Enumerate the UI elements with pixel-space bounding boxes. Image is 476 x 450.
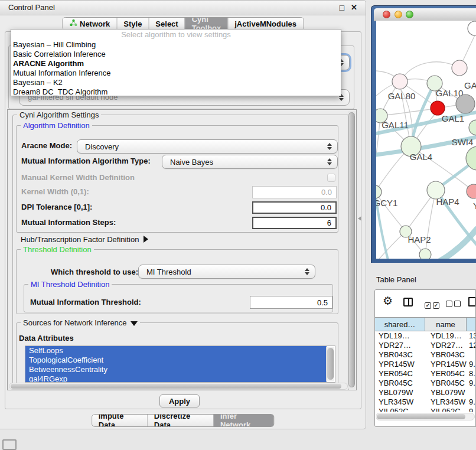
table-cell[interactable]: YER054C [425,369,467,379]
mi-steps-field[interactable]: 6 [252,217,337,229]
attribute-list-item[interactable]: gal4RGexp [25,374,327,383]
network-node-gal[interactable] [452,60,467,76]
float-window-icon[interactable]: □ [340,4,344,12]
table-cell[interactable]: YPR145W [425,360,467,369]
table-cell[interactable]: YDL19… [375,331,425,341]
sources-title[interactable]: Sources for Network Inference [21,318,140,327]
minimize-window-icon[interactable] [395,11,402,18]
table-cell[interactable]: YIL052C [375,407,425,412]
table-cell[interactable]: YBR045C [375,379,425,388]
algorithm-option-bayesian-k2[interactable]: Bayesian – K2 [11,78,341,87]
table-cell[interactable]: YBL079W [425,388,467,397]
which-threshold-combobox[interactable]: MI Threshold [138,265,315,279]
column-header-name[interactable]: name [425,317,467,331]
bottom-tab-impute-data[interactable]: Impute Data [92,415,147,426]
table-cell[interactable]: 9. [467,360,476,369]
column-header-shared[interactable]: shared… [375,317,425,331]
column-header-2[interactable] [467,317,476,331]
network-node-gal80[interactable] [392,74,407,89]
table-horizontal-scrollbar[interactable] [376,413,475,420]
mi-steps-label: Mutual Information Steps: [21,218,116,227]
table-row[interactable]: YBL079WYBL079W [375,388,476,397]
table-row[interactable]: YLR345WYLR345W9. [375,397,476,407]
network-node[interactable] [419,249,431,259]
table-cell[interactable]: 8. [467,369,476,379]
attribute-list-item[interactable]: BetweennessCentrality [25,365,327,374]
network-node-swi4[interactable] [469,120,476,135]
table-cell[interactable]: 9. [467,379,476,388]
table-cell[interactable]: YBR043C [425,350,467,360]
network-node[interactable] [456,94,475,113]
table-cell[interactable]: 9 [467,407,476,412]
aracne-mode-combobox[interactable]: Discovery [77,139,338,154]
table-cell[interactable]: 9. [467,397,476,407]
network-canvas[interactable]: GALGAL80GAL10GAL1GAL11SWI4GAL4GCY1HAP4YH… [376,21,476,259]
network-window-titlebar[interactable] [374,8,476,21]
table-cell[interactable]: 12 [467,341,476,350]
scrollbar-thumb[interactable] [348,112,355,387]
bottom-tab-infer-network[interactable]: Infer Network [213,415,273,426]
algorithm-option-bayesian-hill-climbing[interactable]: Bayesian – Hill Climbing [11,40,341,50]
algorithm-option-mutual-information-inference[interactable]: Mutual Information Inference [11,69,341,78]
table-cell[interactable]: YIL052C [425,407,467,412]
tab-select[interactable]: Select [148,18,184,30]
export-table-icon[interactable] [468,297,476,306]
column-view-icon[interactable] [403,298,413,306]
algorithm-option-dream8-dc-tdc-algorithm[interactable]: Dream8 DC_TDC Algorithm [11,87,341,97]
table-cell[interactable] [467,388,476,397]
tab-style[interactable]: Style [116,18,148,30]
table-cell[interactable]: YDR27… [375,341,425,350]
table-cell[interactable]: YBR043C [375,350,425,360]
table-cell[interactable]: YDR27… [425,341,467,350]
tab-label: jActiveMNodules [234,19,296,28]
table-cell[interactable]: YLR345W [375,397,425,407]
tab-jactivemnodules[interactable]: jActiveMNodules [227,18,303,30]
table-cell[interactable]: YPR145W [375,360,425,369]
collapsed-panel-icon[interactable] [2,439,17,450]
settings-vertical-scrollbar[interactable] [348,111,356,389]
table-cell[interactable]: 13 [467,331,476,341]
dpi-tolerance-field[interactable]: 0.0 [252,201,337,214]
attribute-list-item[interactable]: SelfLoops [25,346,327,356]
settings-horizontal-scrollbar[interactable] [9,383,348,390]
close-panel-icon[interactable]: ✕ [351,4,357,12]
table-cell[interactable]: YBR045C [425,379,467,388]
list-vertical-scrollbar[interactable] [326,347,334,381]
table-cell[interactable]: YDL19… [425,331,467,341]
panel-resize-handle[interactable] [358,216,361,221]
scrollbar-thumb[interactable] [11,384,341,389]
close-window-icon[interactable] [383,11,390,18]
table-row[interactable]: YER054CYER054C8. [375,369,476,379]
table-cell[interactable] [467,350,476,360]
network-node-label: HAP4 [436,197,459,207]
mi-algorithm-type-combobox[interactable]: Naive Bayes [162,155,338,169]
tab-cyni-toolbox[interactable]: Cyni Toolbox [185,18,228,30]
network-node[interactable] [468,21,476,35]
table-row[interactable]: YIL052CYIL052C9 [375,407,476,412]
mi-threshold-field[interactable]: 0.5 [250,296,332,309]
table-row[interactable]: YDL19…YDL19…13 [375,331,476,341]
network-edge[interactable] [425,190,436,255]
bottom-tab-discretize-data[interactable]: Discretize Data [147,415,213,426]
table-cell[interactable]: YBL079W [375,388,425,397]
network-view-window: GALGAL80GAL10GAL1GAL11SWI4GAL4GCY1HAP4YH… [371,5,476,263]
table-row[interactable]: YPR145WYPR145W9. [375,360,476,369]
apply-button[interactable]: Apply [159,394,200,407]
algorithm-option-basic-correlation-inference[interactable]: Basic Correlation Inference [11,50,341,59]
gear-icon[interactable]: ⚙ [383,295,393,307]
table-cell[interactable]: YER054C [375,369,425,379]
attribute-list-item[interactable]: TopologicalCoefficient [25,356,327,365]
select-all-checkboxes-icon[interactable]: ✓✓ [425,299,441,309]
algorithm-option-aracne-algorithm[interactable]: ARACNE Algorithm [11,59,341,69]
tab-network[interactable]: Network [63,18,116,30]
scrollbar-thumb[interactable] [377,414,465,419]
table-cell[interactable]: YLR345W [425,397,467,407]
scrollbar-thumb[interactable] [327,348,334,380]
deselect-all-checkboxes-icon[interactable] [446,299,462,309]
table-row[interactable]: YBR043CYBR043C [375,350,476,360]
table-row[interactable]: YBR045CYBR045C9. [375,379,476,388]
hub-definition-expander[interactable]: Hub/Transcription Factor Definition [21,234,148,244]
network-node-gcy1[interactable] [376,185,382,198]
table-row[interactable]: YDR27…YDR27…12 [375,341,476,350]
zoom-window-icon[interactable] [406,11,413,18]
